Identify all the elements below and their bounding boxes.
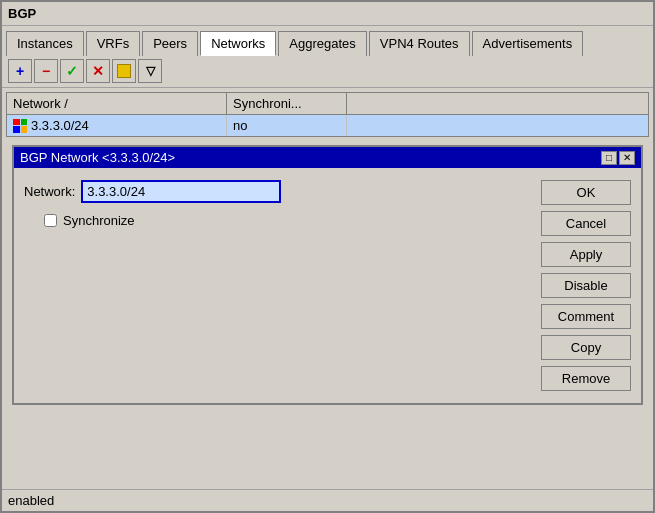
dialog-title-bar: BGP Network <3.3.3.0/24> □ ✕ [14, 147, 641, 168]
x-button[interactable]: ✕ [86, 59, 110, 83]
tab-aggregates[interactable]: Aggregates [278, 31, 367, 56]
dialog: BGP Network <3.3.3.0/24> □ ✕ Network: Sy… [12, 145, 643, 405]
filter-button[interactable]: ▽ [138, 59, 162, 83]
network-input[interactable] [81, 180, 281, 203]
check-button[interactable]: ✓ [60, 59, 84, 83]
network-icon [13, 119, 27, 133]
table-row[interactable]: 3.3.3.0/24 no [7, 115, 648, 136]
tab-vrfs[interactable]: VRFs [86, 31, 141, 56]
dialog-close-button[interactable]: ✕ [619, 151, 635, 165]
main-window: BGP Instances VRFs Peers Networks Aggreg… [0, 0, 655, 513]
status-bar: enabled [2, 489, 653, 511]
toolbar: + − ✓ ✕ ▽ [2, 55, 653, 88]
table-header: Network / Synchroni... [7, 93, 648, 115]
network-label: Network: [24, 184, 75, 199]
square-button[interactable] [112, 59, 136, 83]
dialog-content: Network: Synchronize OK Cancel [14, 168, 641, 403]
header-synchronize: Synchroni... [227, 93, 347, 114]
tab-networks[interactable]: Networks [200, 31, 276, 56]
delete-button[interactable]: − [34, 59, 58, 83]
minus-icon: − [42, 63, 50, 79]
dialog-form: Network: Synchronize [24, 180, 531, 391]
dialog-title-buttons: □ ✕ [601, 151, 635, 165]
add-icon: + [16, 63, 24, 79]
add-button[interactable]: + [8, 59, 32, 83]
check-icon: ✓ [66, 63, 78, 79]
tab-peers[interactable]: Peers [142, 31, 198, 56]
synchronize-label: Synchronize [63, 213, 135, 228]
window-title: BGP [8, 6, 36, 21]
apply-button[interactable]: Apply [541, 242, 631, 267]
title-bar: BGP [2, 2, 653, 26]
copy-button[interactable]: Copy [541, 335, 631, 360]
cancel-button[interactable]: Cancel [541, 211, 631, 236]
dialog-title: BGP Network <3.3.3.0/24> [20, 150, 175, 165]
tab-instances[interactable]: Instances [6, 31, 84, 56]
network-table: Network / Synchroni... 3.3.3.0/24 no [6, 92, 649, 137]
content-area: Network / Synchroni... 3.3.3.0/24 no [2, 88, 653, 489]
tab-bar: Instances VRFs Peers Networks Aggregates… [2, 26, 653, 55]
status-text: enabled [8, 493, 54, 508]
disable-button[interactable]: Disable [541, 273, 631, 298]
square-icon [117, 64, 131, 78]
remove-button[interactable]: Remove [541, 366, 631, 391]
cell-network: 3.3.3.0/24 [7, 115, 227, 136]
comment-button[interactable]: Comment [541, 304, 631, 329]
synchronize-row: Synchronize [24, 213, 531, 228]
cell-synchronize: no [227, 115, 347, 136]
tab-vpn4-routes[interactable]: VPN4 Routes [369, 31, 470, 56]
header-network: Network / [7, 93, 227, 114]
synchronize-checkbox[interactable] [44, 214, 57, 227]
ok-button[interactable]: OK [541, 180, 631, 205]
dialog-minimize-button[interactable]: □ [601, 151, 617, 165]
network-row: Network: [24, 180, 531, 203]
x-icon: ✕ [92, 63, 104, 79]
filter-icon: ▽ [146, 64, 155, 78]
dialog-buttons: OK Cancel Apply Disable Comment [541, 180, 631, 391]
tab-advertisements[interactable]: Advertisements [472, 31, 584, 56]
